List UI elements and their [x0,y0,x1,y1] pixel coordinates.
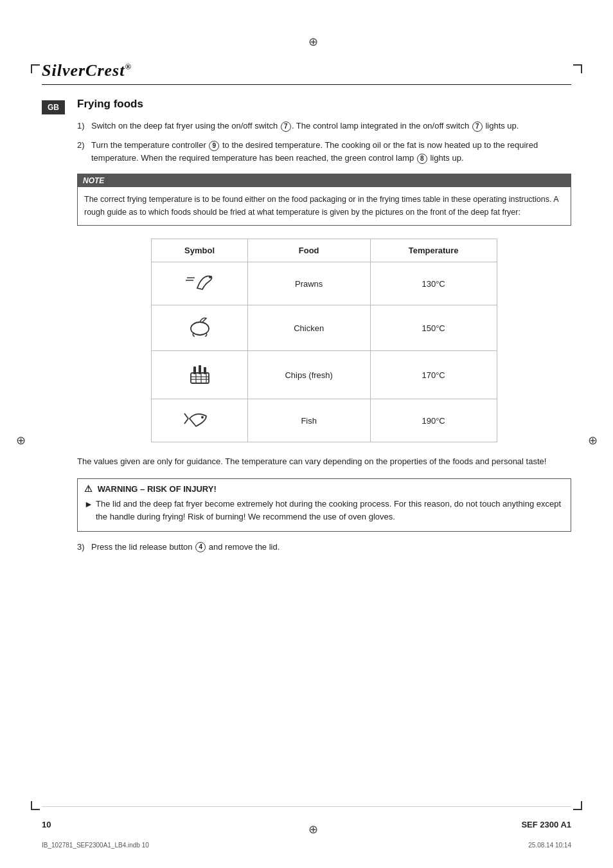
corner-mark-tr [573,64,582,73]
col-header-temperature: Temperature [370,239,497,262]
note-box: NOTE The correct frying temperature is t… [77,174,571,226]
corner-mark-bl [31,801,40,810]
print-info-left: IB_102781_SEF2300A1_LB4.indb 10 [42,842,149,849]
guidance-text: The values given are only for guidance. … [77,455,571,468]
instruction-list: 1) Switch on the deep fat fryer using th… [77,120,571,165]
food-fish: Fish [247,399,370,442]
food-prawns: Prawns [247,262,370,305]
list-num-3: 3) [77,541,91,554]
instruction-item-1: 1) Switch on the deep fat fryer using th… [77,120,571,132]
warning-arrow-icon: ► [84,498,96,512]
corner-mark-br [573,801,582,810]
temp-chips: 170°C [370,351,497,399]
crosshair-left: ⊕ [14,434,27,447]
svg-rect-12 [204,367,206,374]
note-body: The correct frying temperature is to be … [78,187,571,225]
brand-name: SilverCrest® [42,61,132,80]
lang-badge-col: GB [42,98,77,561]
section-title: Frying foods [77,98,571,111]
header-divider [42,84,571,85]
list-num-2: 2) [77,139,91,165]
corner-mark-tl [31,64,40,73]
table-row-prawns: Prawns 130°C [152,262,497,305]
instruction-item-2: 2) Turn the temperature controller 9 to … [77,139,571,165]
list-text-1: Switch on the deep fat fryer using the o… [91,120,519,132]
temp-chicken: 150°C [370,305,497,351]
table-row-chicken: Chicken 150°C [152,305,497,351]
table-header-row: Symbol Food Temperature [152,239,497,262]
svg-rect-10 [193,366,196,374]
circled-7a: 7 [281,122,291,132]
crosshair-top: ⊕ [306,35,319,48]
instruction-item-3: 3) Press the lid release button 4 and re… [77,541,571,554]
warning-title: ⚠ WARNING – RISK OF INJURY! [84,484,564,494]
temp-fish: 190°C [370,399,497,442]
circled-9a: 9 [209,141,219,151]
model-number: SEF 2300 A1 [521,820,571,829]
print-info-right: 25.08.14 10:14 [528,842,571,849]
warning-item-text-1: The lid and the deep fat fryer become ex… [96,498,564,523]
list-text-2: Turn the temperature controller 9 to the… [91,139,571,165]
trademark: ® [125,62,132,71]
warning-box: ⚠ WARNING – RISK OF INJURY! ► The lid an… [77,478,571,531]
svg-point-2 [209,276,211,278]
crosshair-bottom: ⊕ [306,823,319,836]
crosshair-right: ⊕ [586,434,599,447]
food-chips: Chips (fresh) [247,351,370,399]
list-text-3: Press the lid release button 4 and remov… [91,541,280,554]
svg-point-13 [201,416,204,419]
svg-rect-11 [199,365,201,374]
table-row-chips: Chips (fresh) 170°C [152,351,497,399]
table-row-fish: Fish 190°C [152,399,497,442]
list-num-1: 1) [77,120,91,132]
symbol-fish-cell [152,399,247,442]
warning-triangle-icon: ⚠ [84,484,93,494]
fish-icon [183,408,217,429]
circled-8: 8 [417,154,427,164]
symbol-chicken-cell [152,305,247,351]
content-col: Frying foods 1) Switch on the deep fat f… [77,98,571,561]
circled-7b: 7 [472,122,483,132]
instruction-list-3: 3) Press the lid release button 4 and re… [77,541,571,554]
warning-title-text: WARNING – RISK OF INJURY! [98,484,217,494]
note-header: NOTE [78,174,571,187]
col-header-food: Food [247,239,370,262]
page-number: 10 [42,820,51,829]
circled-4: 4 [195,542,206,552]
page: ⊕ ⊕ ⊕ SilverCrest® GB Frying foods 1) Sw… [0,0,613,868]
print-info: IB_102781_SEF2300A1_LB4.indb 10 25.08.14… [42,842,571,849]
col-header-symbol: Symbol [152,239,247,262]
footer-line [42,806,571,807]
chicken-icon [184,314,215,338]
food-chicken: Chicken [247,305,370,351]
chips-icon [184,360,215,386]
prawns-icon [184,271,215,292]
lang-badge: GB [42,100,65,114]
main-content: GB Frying foods 1) Switch on the deep fa… [0,98,613,561]
brand-logo: SilverCrest® [42,61,571,80]
warning-item-1: ► The lid and the deep fat fryer become … [84,498,564,523]
symbol-prawns-cell [152,262,247,305]
symbol-chips-cell [152,351,247,399]
frying-table: Symbol Food Temperature [151,239,497,442]
temp-prawns: 130°C [370,262,497,305]
